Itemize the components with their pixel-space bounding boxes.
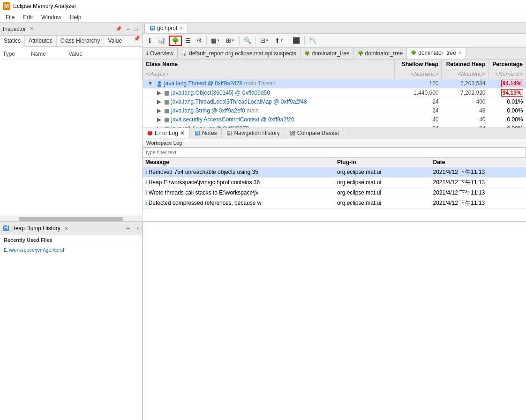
tb-group-btn[interactable]: ▦▼ — [209, 36, 223, 46]
inspector-header: Inspector ✕ 📌 ─ □ — [0, 22, 142, 36]
col-subheader-shallow[interactable]: <Numeric> — [395, 69, 442, 79]
tb-retain-btn[interactable]: ⬛ — [290, 36, 302, 46]
dom2-tab-label: dominator_tree — [365, 50, 403, 57]
col-subheader-name[interactable]: <Regex> — [143, 69, 395, 79]
toolbar: ℹ 📊 🌳 ☰ ⚙ ▦▼ ⊞▼ 🔍 ⊟▼ ⬆▼ ⬛ — [143, 34, 526, 48]
content-tab-overview[interactable]: ℹ Overview — [143, 48, 178, 59]
expand-thread-icon[interactable]: ▼ — [148, 80, 153, 87]
expand-obj-icon[interactable]: ▶ — [157, 90, 161, 96]
inspector-minimize-btn[interactable]: ─ — [125, 25, 132, 32]
col-header-retained[interactable]: Retained Heap — [442, 60, 488, 69]
tb-columns-btn[interactable]: ⊟▼ — [258, 36, 271, 46]
tb-list-btn[interactable]: ☰ — [183, 36, 193, 46]
heap-file-link[interactable]: E:\workspace\jvm\gc.hprof — [0, 245, 142, 255]
expand-icon[interactable]: ▶ — [157, 107, 161, 114]
bottom-tab-errorlog[interactable]: ! Error Log ✕ — [143, 128, 190, 138]
menu-window[interactable]: Window — [38, 13, 65, 22]
tb-search-btn[interactable]: 🔍 — [241, 36, 254, 46]
log-filter-input[interactable] — [143, 147, 526, 158]
inspector-pin-btn[interactable]: 📌 — [114, 25, 123, 32]
inspector-pin-icon[interactable]: 📌 — [134, 36, 140, 46]
svg-text:C: C — [290, 130, 294, 136]
inspector-tab-statics[interactable]: Statics — [0, 36, 25, 47]
content-tab-dominator-1[interactable]: 🌳 dominator_tree — [301, 48, 354, 59]
log-cell-date: 2021/4/12 下午11:13 — [430, 198, 526, 208]
tb-info-btn[interactable]: ℹ — [144, 36, 155, 46]
inspector-title-area: Inspector ✕ — [3, 26, 34, 32]
table-cell-shallow: 40 — [395, 115, 442, 124]
log-cell-date: 2021/4/12 下午11:13 — [430, 177, 526, 188]
log-row[interactable]: i Heap E:\workspace\jvm\gc.hprof contain… — [143, 177, 526, 188]
table-cell-name: ▶ java.util.ArrayList @ 0xff6f2970 — [143, 124, 395, 127]
obj-icon — [164, 90, 170, 96]
col-subheader-pct[interactable]: <Numeric> — [488, 69, 526, 79]
file-tab-gc-hprof[interactable]: H gc.hprof ✕ — [144, 23, 188, 33]
recently-used-label: Recently Used Files — [0, 235, 142, 245]
nav-history-icon: H — [226, 130, 232, 136]
log-info-icon: i — [145, 189, 147, 196]
col-header-pct[interactable]: Percentage — [488, 60, 526, 69]
inspector-tab-value[interactable]: Value — [104, 36, 126, 46]
log-col-date[interactable]: Date — [430, 158, 526, 167]
bottom-area: ! Error Log ✕ N Notes H Navigation Histo… — [143, 128, 526, 221]
menu-file[interactable]: File — [2, 13, 18, 22]
tb-filter-btn[interactable]: ⊞▼ — [224, 36, 237, 46]
dom3-tab-close[interactable]: ✕ — [458, 50, 462, 55]
svg-point-4 — [158, 81, 161, 84]
bottom-tab-comparebasket[interactable]: C Compare Basket — [285, 128, 344, 138]
tb-chart-btn[interactable]: 📊 — [156, 36, 168, 46]
table-row[interactable]: ▶ java.security.AccessControlContext @ 0… — [143, 115, 526, 124]
tb-bar-chart-btn[interactable]: 📉 — [307, 36, 319, 46]
col-header-class-name[interactable]: Class Name — [143, 60, 395, 69]
expand-icon[interactable]: ▶ — [157, 116, 161, 123]
expand-icon[interactable]: ▶ — [157, 98, 161, 105]
table-row[interactable]: ▶ java.lang.ThreadLocal$ThreadLocalMap @… — [143, 97, 526, 106]
menu-edit[interactable]: Edit — [19, 13, 37, 22]
log-cell-date: 2021/4/12 下午11:13 — [430, 188, 526, 198]
table-row[interactable]: ▼ java.lang.Thread @ 0xff9a2d78 main Thr… — [143, 79, 526, 89]
left-scrollbar[interactable] — [0, 216, 142, 221]
inspector-close-icon[interactable]: ✕ — [30, 26, 34, 32]
app-icon: M — [3, 2, 10, 10]
log-cell-plugin: org.eclipse.mat.ui — [334, 167, 430, 177]
content-tab-suspects[interactable]: 📊 default_report org.eclipse.mat.api:sus… — [178, 48, 301, 59]
dom3-tab-icon: 🌳 — [411, 50, 416, 55]
log-info-icon: i — [145, 200, 147, 206]
tb-tree-btn[interactable]: 🌳 — [169, 36, 182, 46]
inspector-tab-attributes[interactable]: Attributes — [25, 36, 57, 46]
tb-export-btn[interactable]: ⬆▼ — [272, 36, 286, 46]
log-col-message[interactable]: Message — [143, 158, 334, 167]
overview-tab-icon: ℹ — [146, 51, 148, 56]
heap-dump-maximize-btn[interactable]: □ — [133, 225, 139, 232]
content-tab-dominator-2[interactable]: 🌳 dominator_tree — [354, 48, 407, 59]
log-row[interactable]: i Wrote threads call stacks to E:\worksp… — [143, 188, 526, 198]
inspector-maximize-btn[interactable]: □ — [133, 25, 139, 32]
col-subheader-retained[interactable]: <Numeric> — [442, 69, 488, 79]
content-tab-dominator-3[interactable]: 🌳 dominator_tree ✕ — [407, 48, 466, 59]
bottom-tab-navhistory[interactable]: H Navigation History — [222, 128, 285, 138]
inspector-tab-class-hierarchy[interactable]: Class Hierarchy — [57, 36, 105, 46]
log-col-plugin[interactable]: Plug-in — [334, 158, 430, 167]
heap-dump-minimize-btn[interactable]: ─ — [125, 225, 132, 232]
log-row[interactable]: i Removed 754 unreachable objects using … — [143, 167, 526, 177]
svg-rect-6 — [165, 91, 169, 96]
table-row[interactable]: ▶ java.lang.Object[360145] @ 0xffa09d50 … — [143, 88, 526, 97]
tb-oql-btn[interactable]: ⚙ — [194, 36, 204, 46]
log-row[interactable]: i Detected compressed references, becaus… — [143, 198, 526, 208]
menu-help[interactable]: Help — [66, 13, 85, 22]
table-row[interactable]: ▶ java.lang.String @ 0xff9a2ef0 main 24 … — [143, 106, 526, 115]
bottom-split: H Heap Dump History ✕ ─ □ Recently Used … — [0, 221, 526, 420]
log-cell-plugin: org.eclipse.mat.ui — [334, 177, 430, 188]
tlm-name: java.lang.ThreadLocal$ThreadLocalMap @ 0… — [171, 98, 307, 105]
heap-dump-close-icon[interactable]: ✕ — [64, 225, 68, 232]
error-log-icon: ! — [147, 130, 153, 136]
svg-rect-9 — [165, 118, 169, 122]
file-tab-close[interactable]: ✕ — [179, 26, 183, 31]
svg-text:H: H — [150, 25, 155, 31]
col-header-shallow[interactable]: Shallow Heap — [395, 60, 442, 69]
table-row[interactable]: ▶ java.util.ArrayList @ 0xff6f2970 24 24… — [143, 124, 526, 127]
table-area[interactable]: Class Name Shallow Heap Retained Heap Pe… — [143, 59, 526, 128]
bottom-tab-notes[interactable]: N Notes — [190, 128, 222, 138]
errorlog-tab-close[interactable]: ✕ — [180, 130, 185, 136]
table-cell-name: ▶ java.security.AccessControlContext @ 0… — [143, 115, 395, 124]
